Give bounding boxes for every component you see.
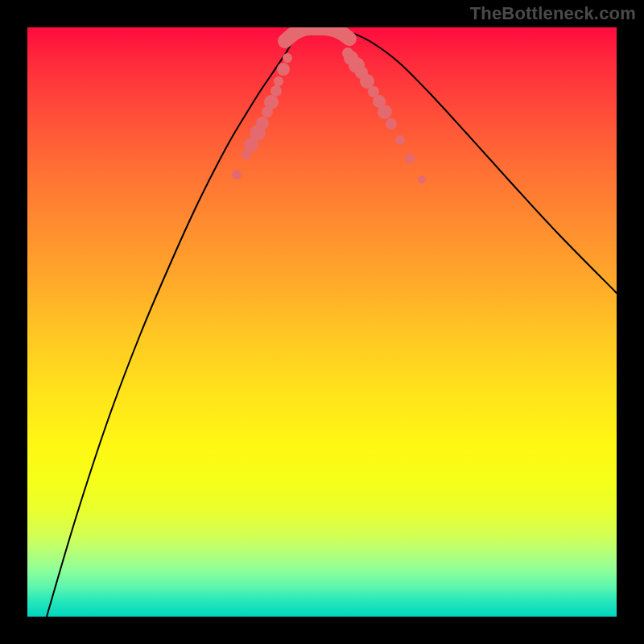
watermark-text: TheBottleneck.com bbox=[470, 3, 636, 24]
marker-dot bbox=[270, 85, 282, 97]
marker-dot bbox=[283, 53, 292, 63]
chart-frame: TheBottleneck.com bbox=[0, 0, 644, 644]
bottleneck-curve bbox=[47, 28, 617, 617]
marker-dot bbox=[232, 170, 242, 180]
marker-dot bbox=[274, 76, 283, 86]
valley-band bbox=[285, 28, 349, 41]
plot-area bbox=[27, 27, 617, 617]
marker-dot bbox=[256, 117, 269, 130]
marker-dot bbox=[378, 105, 392, 119]
left-marker-cluster bbox=[232, 53, 292, 180]
right-marker-cluster bbox=[342, 47, 426, 184]
marker-dot bbox=[418, 175, 426, 184]
marker-dot bbox=[395, 135, 405, 145]
marker-dot bbox=[264, 95, 279, 109]
curve-layer bbox=[27, 27, 617, 617]
marker-dot bbox=[405, 154, 415, 163]
marker-dot bbox=[386, 118, 397, 130]
marker-dot bbox=[277, 63, 290, 76]
